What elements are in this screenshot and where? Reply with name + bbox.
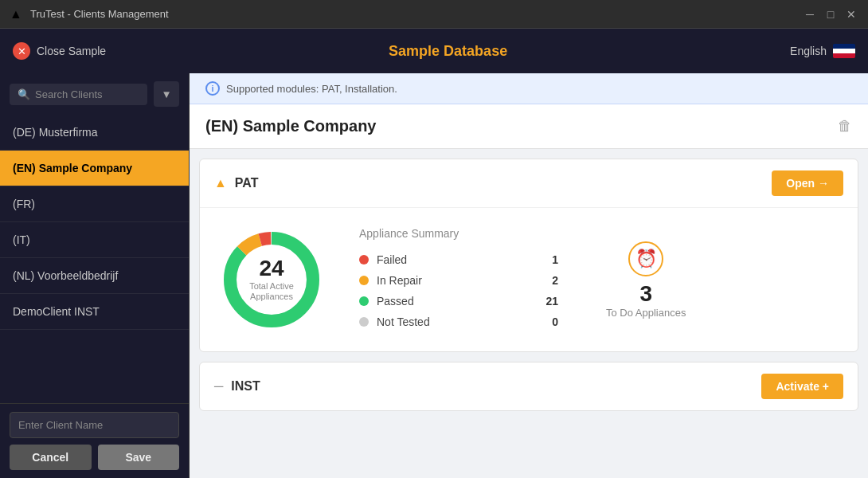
delete-company-icon[interactable]: 🗑 [838, 118, 852, 135]
sidebar-bottom: Cancel Save [0, 403, 189, 478]
client-item-demo[interactable]: DemoClient INST [0, 294, 189, 330]
appliance-row-passed: Passed 21 [359, 291, 558, 311]
language-label: English [790, 45, 827, 57]
passed-label: Passed [377, 295, 526, 308]
client-item-de[interactable]: (DE) Musterfirma [0, 115, 189, 151]
todo-label: To Do Appliances [606, 307, 686, 319]
content-area: i Supported modules: PAT, Installation. … [190, 73, 868, 478]
clock-icon-container: ⏰ [628, 241, 663, 276]
company-title: (EN) Sample Company [205, 117, 376, 135]
inrepair-dot [359, 276, 369, 285]
close-sample-label: Close Sample [37, 45, 106, 57]
close-sample-button[interactable]: ✕ Close Sample [13, 42, 106, 60]
database-title: Sample Database [389, 43, 507, 60]
cancel-button[interactable]: Cancel [10, 445, 92, 470]
top-bar: ✕ Close Sample Sample Database English [0, 29, 868, 73]
pat-title: PAT [235, 176, 259, 190]
nottested-label: Not Tested [377, 315, 526, 328]
main-layout: 🔍 ▼ (DE) Musterfirma (EN) Sample Company… [0, 73, 868, 478]
pat-section: ▲ PAT Open → [199, 159, 858, 352]
appliance-row-inrepair: In Repair 2 [359, 270, 558, 291]
client-item-nl[interactable]: (NL) Voorbeeldbedrijf [0, 258, 189, 294]
save-button[interactable]: Save [98, 445, 180, 470]
inst-title: INST [231, 379, 260, 394]
info-banner: i Supported modules: PAT, Installation. [190, 73, 868, 104]
title-bar: ▲ TruTest - Clients Management ─ □ ✕ [0, 0, 868, 29]
maximize-button[interactable]: □ [823, 7, 838, 22]
inst-collapse-icon[interactable]: ─ [214, 379, 223, 394]
search-input[interactable] [35, 88, 139, 100]
company-header: (EN) Sample Company 🗑 [190, 104, 868, 149]
client-item-fr[interactable]: (FR) [0, 186, 189, 222]
appliance-row-nottested: Not Tested 0 [359, 311, 558, 332]
pat-section-body: 24 Total ActiveAppliances Appliance Summ… [200, 208, 858, 351]
inst-activate-button[interactable]: Activate + [761, 374, 843, 399]
new-client-input[interactable] [10, 412, 179, 438]
appliance-summary-title: Appliance Summary [359, 227, 558, 240]
donut-total: 24 [249, 257, 294, 280]
donut-chart: 24 Total ActiveAppliances [216, 224, 327, 335]
pat-section-header: ▲ PAT Open → [200, 159, 858, 208]
info-icon: i [205, 81, 220, 96]
sidebar: 🔍 ▼ (DE) Musterfirma (EN) Sample Company… [0, 73, 190, 478]
failed-count: 1 [534, 253, 558, 266]
search-bar: 🔍 ▼ [0, 73, 189, 115]
pat-open-button[interactable]: Open → [772, 170, 843, 196]
inrepair-count: 2 [534, 274, 558, 287]
nottested-count: 0 [534, 315, 558, 328]
client-list: (DE) Musterfirma (EN) Sample Company (FR… [0, 115, 189, 403]
flag-icon [833, 44, 855, 58]
todo-count: 3 [639, 281, 652, 307]
passed-count: 21 [534, 295, 558, 308]
info-text: Supported modules: PAT, Installation. [226, 83, 397, 95]
pat-collapse-icon[interactable]: ▲ [214, 176, 227, 190]
donut-center: 24 Total ActiveAppliances [249, 257, 294, 302]
minimize-button[interactable]: ─ [803, 7, 817, 22]
filter-icon: ▼ [161, 88, 171, 100]
donut-label: Total ActiveAppliances [249, 281, 294, 302]
failed-label: Failed [377, 253, 526, 266]
failed-dot [359, 255, 369, 264]
window-title: TruTest - Clients Management [30, 8, 169, 20]
inst-section-header: ─ INST Activate + [200, 362, 858, 410]
client-item-en[interactable]: (EN) Sample Company [0, 151, 189, 186]
passed-dot [359, 296, 369, 306]
inst-section: ─ INST Activate + [199, 362, 858, 411]
nottested-dot [359, 317, 369, 327]
search-input-wrap: 🔍 [10, 84, 147, 105]
search-icon: 🔍 [18, 88, 30, 100]
inrepair-label: In Repair [377, 274, 526, 287]
app-icon: ▲ [10, 7, 24, 22]
close-icon: ✕ [13, 42, 30, 60]
todo-section: ⏰ 3 To Do Appliances [590, 233, 702, 327]
window-controls: ─ □ ✕ [803, 7, 858, 22]
appliance-row-failed: Failed 1 [359, 249, 558, 270]
clock-icon: ⏰ [635, 249, 657, 269]
filter-button[interactable]: ▼ [154, 81, 179, 107]
client-item-it[interactable]: (IT) [0, 222, 189, 258]
language-section: English [790, 44, 855, 58]
appliance-summary: Appliance Summary Failed 1 In Repair 2 P… [359, 227, 558, 332]
close-window-button[interactable]: ✕ [844, 7, 858, 22]
